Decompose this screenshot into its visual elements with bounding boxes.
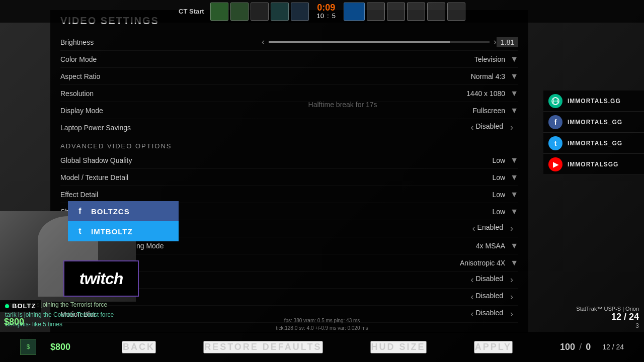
weapon-name: StatTrak™ USP-S | Orion — [576, 306, 639, 312]
texture-label: Model / Texture Detail — [60, 173, 262, 182]
back-button[interactable]: BACK — [122, 341, 156, 353]
multicore-left[interactable]: ‹ — [472, 223, 475, 234]
display-mode-dropdown[interactable]: ▼ — [510, 106, 518, 115]
fxaa-right[interactable]: › — [510, 275, 513, 285]
bottom-money: $800 — [46, 340, 74, 354]
shadow-dropdown[interactable]: ▼ — [510, 156, 518, 165]
setting-row-shadow: Global Shadow Quality Low ▼ — [60, 152, 518, 169]
hud-size-button[interactable]: HUD SIZE — [370, 341, 427, 353]
setting-row-color-mode: Color Mode Television ▼ — [60, 51, 518, 68]
display-mode-label: Display Mode — [60, 107, 262, 115]
restore-defaults-button[interactable]: RESTORE DEFAULTS — [203, 341, 323, 353]
social-item-facebook[interactable]: f IMMORTALS_GG — [543, 112, 644, 133]
popup-fb-icon: f — [74, 205, 86, 217]
player-icon-3 — [251, 3, 269, 21]
brightness-fill — [269, 41, 450, 43]
top-hud: CT Start 0:09 10 : 5 — [0, 0, 644, 23]
shadow-value: Low — [492, 156, 505, 164]
setting-row-brightness: Brightness ‹ › 1.81 — [60, 34, 518, 51]
brightness-track[interactable] — [269, 41, 490, 43]
shader-dropdown[interactable]: ▼ — [510, 207, 518, 216]
filtering-dropdown[interactable]: ▼ — [510, 258, 518, 267]
fxaa-left[interactable]: ‹ — [471, 275, 474, 285]
laptop-power-left[interactable]: ‹ — [471, 122, 474, 133]
score-separator: : — [327, 12, 329, 20]
advanced-section-header: ADVANCED VIDEO OPTIONS — [60, 136, 518, 152]
player-icon-2 — [230, 3, 249, 21]
bottom-armor: 0 — [586, 342, 591, 352]
player-icon-1 — [210, 3, 228, 21]
hud-stats-line1: fps: 380 vram: 0.5 ms ping: 43 ms — [276, 317, 368, 324]
effect-dropdown[interactable]: ▼ — [510, 190, 518, 199]
aspect-ratio-dropdown[interactable]: ▼ — [510, 72, 518, 81]
player-icon-10 — [447, 3, 465, 21]
hud-stats-line2: tick:128:0 sv: 4.0 +/-0.9 ms var: 0.020 … — [276, 324, 368, 332]
shadow-label: Global Shadow Quality — [60, 156, 262, 164]
player-icon-6 — [367, 3, 385, 21]
multicore-nav[interactable]: ‹ Enabled › — [472, 223, 513, 234]
left-hud: $800 — [0, 315, 40, 329]
motion-blur-nav[interactable]: ‹ Disabled › — [471, 309, 513, 319]
multicore-right[interactable]: › — [510, 223, 513, 234]
display-mode-value: Fullscreen — [473, 107, 506, 115]
player-live-dot — [5, 304, 9, 308]
buy-menu-icon[interactable]: $ — [20, 339, 36, 355]
fxaa-value: Disabled — [476, 275, 503, 285]
setting-row-effect: Effect Detail Low ▼ — [60, 186, 518, 203]
texture-value: Low — [492, 173, 505, 182]
brightness-left-arrow[interactable]: ‹ — [262, 37, 265, 47]
bottom-right-hud: 100 / 0 12 / 24 — [560, 342, 624, 352]
social-item-website[interactable]: IMMORTALS.GG — [543, 90, 644, 112]
bottom-page-display: 12 / 24 — [602, 343, 624, 351]
vsync-nav[interactable]: ‹ Disabled › — [471, 292, 513, 302]
player-name: BOLTZ — [12, 302, 36, 310]
popup-tw-icon: t — [74, 225, 86, 237]
motion-blur-right[interactable]: › — [510, 309, 513, 319]
vsync-right[interactable]: › — [510, 292, 513, 302]
msaa-dropdown[interactable]: ▼ — [510, 241, 518, 250]
apply-button[interactable]: APPLY — [474, 341, 513, 353]
laptop-power-nav[interactable]: ‹ Disabled › — [471, 122, 513, 133]
social-item-twitter[interactable]: t IMMORTALS_GG — [543, 133, 644, 154]
hud-timer: 0:09 — [317, 3, 335, 12]
motion-blur-value: Disabled — [476, 309, 503, 319]
popup-item-twitter[interactable]: t IMTBOLTZ — [68, 221, 179, 241]
bottom-bar: $ $800 BACK RESTORE DEFAULTS HUD SIZE AP… — [0, 332, 644, 362]
right-sidebar: IMMORTALS.GG f IMMORTALS_GG t IMMORTALS_… — [543, 90, 644, 175]
page-counter: 3 — [576, 322, 639, 329]
bottom-health: 100 — [560, 342, 575, 352]
effect-label: Effect Detail — [60, 191, 262, 199]
resolution-label: Resolution — [60, 89, 262, 98]
popup-tw-label: IMTBOLTZ — [91, 227, 133, 236]
social-item-youtube[interactable]: ▶ IMMORTALSGG — [543, 154, 644, 175]
laptop-power-label: Laptop Power Savings — [60, 124, 262, 132]
laptop-power-value: Disabled — [476, 122, 503, 133]
twitter-icon: t — [548, 136, 562, 150]
color-mode-dropdown[interactable]: ▼ — [510, 55, 518, 64]
filtering-value: Anisotropic 4X — [460, 259, 505, 267]
resolution-dropdown[interactable]: ▼ — [510, 89, 518, 98]
ammo-reserve: 24 — [629, 312, 639, 322]
motion-blur-left[interactable]: ‹ — [471, 309, 474, 319]
team-icon-cloud9 — [344, 3, 365, 21]
player-icon-5 — [291, 3, 309, 21]
twitch-overlay[interactable]: twitch — [63, 260, 139, 297]
setting-row-display-mode: Display Mode Fullscreen ▼ — [60, 102, 518, 119]
popup-item-facebook[interactable]: f BOLTZCS — [68, 201, 179, 221]
vsync-left[interactable]: ‹ — [471, 292, 474, 302]
laptop-power-right[interactable]: › — [510, 122, 513, 133]
website-icon — [548, 94, 562, 108]
facebook-icon: f — [548, 115, 562, 129]
player-icon-4 — [271, 3, 289, 21]
website-label: IMMORTALS.GG — [568, 98, 621, 105]
aspect-ratio-label: Aspect Ratio — [60, 72, 262, 80]
ct-start-label: CT Start — [179, 8, 204, 15]
brightness-value: 1.81 — [497, 37, 518, 47]
texture-dropdown[interactable]: ▼ — [510, 173, 518, 182]
ammo-current: 12 — [611, 312, 621, 322]
setting-row-resolution: Resolution 1440 x 1080 ▼ — [60, 85, 518, 102]
hud-score: 10 : 5 — [317, 12, 336, 20]
brightness-slider-container[interactable]: ‹ › — [262, 37, 497, 47]
effect-value: Low — [492, 191, 505, 199]
fxaa-nav[interactable]: ‹ Disabled › — [471, 275, 513, 285]
